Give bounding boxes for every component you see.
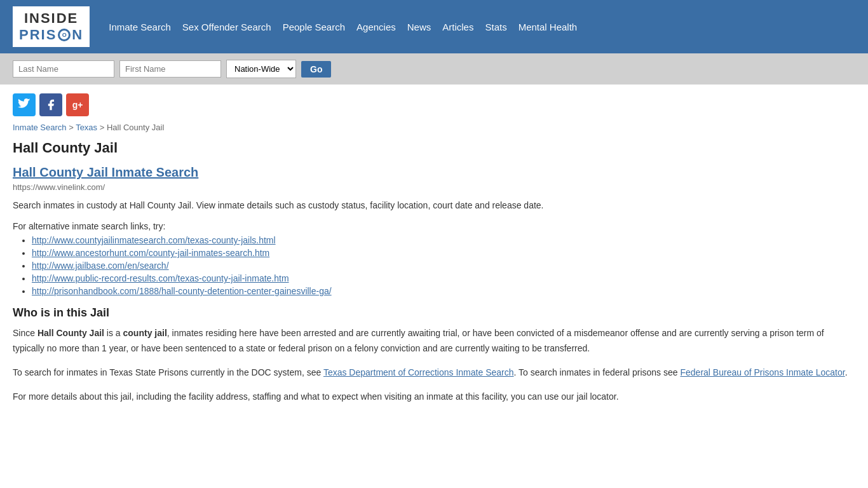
alt-link-5[interactable]: http://prisonhandbook.com/1888/hall-coun…: [32, 286, 332, 296]
google-plus-label: g+: [72, 100, 83, 110]
main-content: Inmate Search > Texas > Hall County Jail…: [0, 123, 868, 426]
nav-people-search[interactable]: People Search: [283, 22, 345, 32]
alt-link-2[interactable]: http://www.ancestorhunt.com/county-jail-…: [32, 248, 269, 258]
alt-links-list: http://www.countyjailinmatesearch.com/te…: [32, 235, 855, 296]
nav-articles[interactable]: Articles: [442, 22, 473, 32]
who-paragraph-1: Since Hall County Jail is a county jail,…: [13, 326, 855, 356]
who-paragraph-2: To search for inmates in Texas State Pri…: [13, 365, 855, 381]
last-name-input[interactable]: [13, 60, 114, 78]
social-icons-bar: g+: [0, 85, 868, 123]
logo-o-icon: O: [58, 29, 71, 41]
alt-link-3[interactable]: http://www.jailbase.com/en/search/: [32, 261, 169, 271]
list-item: http://prisonhandbook.com/1888/hall-coun…: [32, 286, 855, 296]
list-item: http://www.public-record-results.com/tex…: [32, 273, 855, 283]
nav-sex-offender-search[interactable]: Sex Offender Search: [182, 22, 271, 32]
header: INSIDE PRIS O N Inmate Search Sex Offend…: [0, 0, 868, 53]
nav-inmate-search[interactable]: Inmate Search: [109, 22, 171, 32]
twitter-icon[interactable]: [13, 93, 36, 116]
list-item: http://www.countyjailinmatesearch.com/te…: [32, 235, 855, 245]
google-plus-icon[interactable]: g+: [66, 93, 89, 116]
bold-county-jail: county jail: [123, 328, 167, 338]
nav-stats[interactable]: Stats: [485, 22, 506, 32]
bold-hall-county-jail: Hall County Jail: [37, 328, 104, 338]
list-item: http://www.jailbase.com/en/search/: [32, 261, 855, 271]
main-nav: Inmate Search Sex Offender Search People…: [109, 22, 577, 32]
breadcrumb-inmate-search[interactable]: Inmate Search: [13, 123, 67, 132]
alt-link-1[interactable]: http://www.countyjailinmatesearch.com/te…: [32, 235, 276, 245]
breadcrumb-sep1: >: [69, 123, 76, 132]
page-title: Hall County Jail: [13, 140, 855, 156]
nav-news[interactable]: News: [407, 22, 431, 32]
logo-prison-text: PRIS: [19, 27, 57, 43]
alt-links-intro: For alternative inmate search links, try…: [13, 221, 855, 231]
search-bar: Nation-Wide Alabama Alaska Arizona Arkan…: [0, 53, 868, 85]
logo[interactable]: INSIDE PRIS O N: [13, 6, 90, 47]
breadcrumb-current: Hall County Jail: [107, 123, 164, 132]
inmate-search-description: Search inmates in custody at Hall County…: [13, 198, 855, 212]
go-button[interactable]: Go: [301, 61, 331, 78]
vinelink-url: https://www.vinelink.com/: [13, 182, 855, 192]
nav-mental-health[interactable]: Mental Health: [519, 22, 578, 32]
fbop-link[interactable]: Federal Bureau of Prisons Inmate Locator: [680, 367, 844, 377]
alt-link-4[interactable]: http://www.public-record-results.com/tex…: [32, 273, 289, 283]
breadcrumb-texas[interactable]: Texas: [76, 123, 97, 132]
facebook-icon[interactable]: [39, 93, 62, 116]
first-name-input[interactable]: [119, 60, 221, 78]
breadcrumb: Inmate Search > Texas > Hall County Jail: [13, 123, 855, 132]
list-item: http://www.ancestorhunt.com/county-jail-…: [32, 248, 855, 258]
who-paragraph-3: For more details about this jail, includ…: [13, 390, 855, 405]
logo-prison-n: N: [72, 27, 83, 43]
breadcrumb-sep2: >: [100, 123, 107, 132]
nav-agencies[interactable]: Agencies: [356, 22, 396, 32]
inmate-search-heading-link[interactable]: Hall County Jail Inmate Search: [13, 165, 855, 180]
logo-inside-text: INSIDE: [19, 10, 83, 27]
tdoc-link[interactable]: Texas Department of Corrections Inmate S…: [323, 367, 514, 377]
who-section-heading: Who is in this Jail: [13, 306, 855, 320]
state-dropdown[interactable]: Nation-Wide Alabama Alaska Arizona Arkan…: [226, 60, 296, 78]
